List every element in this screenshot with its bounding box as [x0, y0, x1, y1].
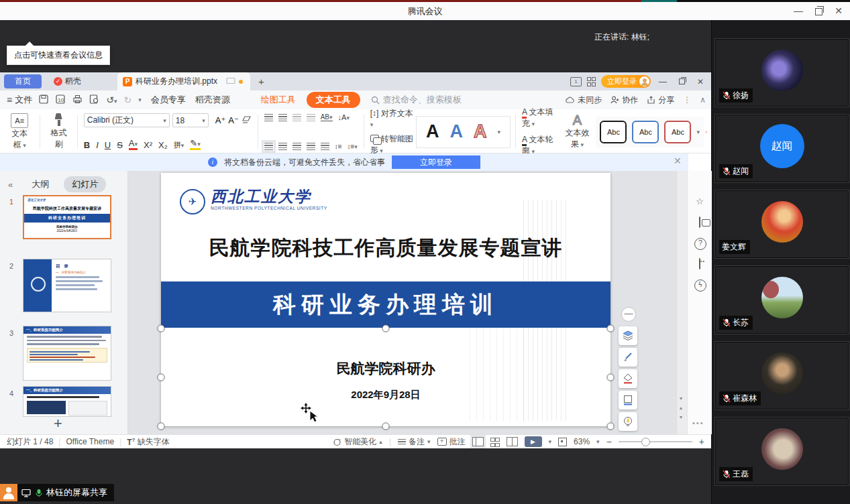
- wps-restore-button[interactable]: [675, 77, 688, 86]
- quick-tools-icon[interactable]: ϟ: [694, 279, 706, 292]
- switch-windows-icon[interactable]: [694, 217, 705, 228]
- add-slide-button[interactable]: +: [54, 415, 62, 432]
- slide-thumbnail-1[interactable]: 西北工业大学 民航学院科技工作高质量发展专题宣讲 科研业务办理培训 民航学院科研…: [23, 195, 111, 239]
- docer-resources-menu[interactable]: 稻壳资源: [195, 94, 230, 106]
- participant-tile[interactable]: 长苏: [714, 265, 849, 334]
- effects-star-icon[interactable]: ☆: [694, 196, 705, 207]
- zoom-slider-thumb[interactable]: [641, 438, 650, 446]
- brush-tool-button[interactable]: [619, 348, 637, 367]
- slide-title[interactable]: 民航学院科技工作高质量发展专题宣讲: [161, 235, 610, 262]
- zoom-chevron[interactable]: ▾: [596, 438, 600, 445]
- zoom-out-button[interactable]: −: [606, 436, 612, 447]
- wordart-gallery[interactable]: A A A ▾: [416, 116, 511, 148]
- minimize-button[interactable]: —: [788, 2, 808, 20]
- decrease-indent-button[interactable]: [293, 114, 301, 121]
- sidebar-more-dots[interactable]: •••: [692, 419, 704, 427]
- textbox-button[interactable]: A≡ 文本框 ▾: [4, 112, 35, 151]
- subscript-button[interactable]: X₂: [158, 140, 168, 150]
- slide-sorter-view-button[interactable]: [490, 438, 500, 446]
- login-button[interactable]: 立即登录: [601, 75, 651, 88]
- selection-handle[interactable]: [607, 325, 615, 332]
- slide-editor[interactable]: ✈ 西北工业大学 NORTHWESTERN POLYTECHNICAL UNIV…: [161, 173, 610, 426]
- text-style-blue[interactable]: Abc: [632, 121, 659, 143]
- selection-handle[interactable]: [158, 325, 165, 332]
- slide-banner-title[interactable]: 科研业务办理培训: [161, 281, 610, 328]
- selection-handle[interactable]: [158, 423, 165, 430]
- line-spacing-button[interactable]: ↕≡: [335, 143, 342, 150]
- participant-tile[interactable]: 王磊: [714, 417, 849, 486]
- participant-tile[interactable]: 赵闻 赵闻: [714, 114, 849, 183]
- selection-handle[interactable]: [607, 423, 615, 430]
- text-direction-button[interactable]: ↓A▾: [338, 113, 350, 121]
- redo-button[interactable]: ↻: [123, 94, 131, 105]
- bullet-list-button[interactable]: [264, 114, 273, 121]
- fit-to-window-icon[interactable]: [558, 438, 567, 446]
- scroll-next-slide-icon[interactable]: ▾: [680, 414, 682, 420]
- output-icon[interactable]: 10: [56, 94, 66, 106]
- font-name-select[interactable]: Calibri (正文)▾: [84, 113, 170, 127]
- slide-thumbnail-3[interactable]: 一、科研系统功能简介: [23, 326, 111, 381]
- panel-collapse-icon[interactable]: «: [8, 180, 13, 190]
- selection-handle[interactable]: [382, 325, 390, 332]
- highlight-button[interactable]: ✎▾: [190, 139, 200, 150]
- meeting-info-tooltip[interactable]: 点击可快速查看会议信息: [7, 46, 110, 65]
- decrease-font-button[interactable]: A⁻: [228, 115, 239, 125]
- justify-button[interactable]: [307, 143, 315, 150]
- notes-button[interactable]: 备注▾: [398, 436, 431, 448]
- save-icon[interactable]: [39, 94, 49, 106]
- slide-thumbnail-2[interactable]: 目 录 一、科研系统功能简介: [23, 259, 111, 312]
- font-color-button[interactable]: A▾: [129, 139, 138, 150]
- wps-tab-docer[interactable]: ✓ 稻壳: [48, 74, 87, 88]
- help-icon[interactable]: ?: [694, 238, 706, 250]
- selection-handle[interactable]: [382, 423, 390, 430]
- file-menu[interactable]: 文件: [15, 94, 32, 106]
- zoom-in-button[interactable]: +: [699, 436, 704, 447]
- participant-tile[interactable]: 徐扬: [714, 38, 849, 107]
- para-spacing-button[interactable]: ↕≡▾: [348, 143, 358, 150]
- play-options-chevron[interactable]: ▾: [549, 438, 552, 445]
- italic-button[interactable]: I: [96, 140, 99, 150]
- screen-share-indicator[interactable]: 林钰的屏幕共享: [0, 484, 114, 501]
- layers-tool-button[interactable]: [619, 326, 637, 345]
- collaborate-button[interactable]: 协作: [610, 94, 638, 106]
- slide-thumbnail-4[interactable]: 一、科研系统功能简介: [23, 386, 111, 417]
- normal-view-button[interactable]: [472, 437, 484, 446]
- share-button[interactable]: 分享: [647, 94, 674, 106]
- wordart-style-2[interactable]: A: [450, 121, 464, 142]
- character-border-button[interactable]: AB▾: [321, 113, 333, 121]
- more-tools-chevron[interactable]: ▾: [138, 97, 142, 103]
- increase-font-button[interactable]: A⁺: [215, 115, 226, 125]
- bold-button[interactable]: B: [84, 140, 90, 150]
- phonetic-guide-button[interactable]: 拼▾: [174, 140, 184, 150]
- text-tools-tab-active[interactable]: 文本工具: [307, 92, 360, 108]
- collapse-floatbar-button[interactable]: —: [621, 307, 636, 322]
- numbered-list-button[interactable]: [278, 114, 287, 121]
- wps-tab-home[interactable]: 首页: [4, 74, 42, 88]
- missing-font-icon[interactable]: T?: [127, 437, 135, 447]
- banner-close-icon[interactable]: ✕: [674, 155, 682, 166]
- zoom-level[interactable]: 63%: [574, 437, 590, 446]
- ribbon-scroll-right[interactable]: ›: [705, 129, 707, 135]
- undo-button[interactable]: ↺▾: [106, 94, 117, 105]
- sync-status[interactable]: 未同步: [565, 94, 602, 106]
- convert-smartart-button[interactable]: 转智能图形 ▾: [370, 133, 415, 156]
- text-fill-button[interactable]: A 文本填充 ▾: [522, 107, 557, 129]
- selection-handle[interactable]: [158, 374, 165, 381]
- slide-date[interactable]: 2022年9月28日: [161, 389, 610, 401]
- wps-minimize-button[interactable]: —: [656, 77, 670, 86]
- format-painter-button[interactable]: 格式刷: [45, 112, 72, 151]
- collapse-ribbon-icon[interactable]: ∧: [700, 95, 706, 105]
- wps-tab-document[interactable]: P 科研业务办理培训.pptx: [117, 72, 250, 90]
- participant-tile[interactable]: 姜文辉: [714, 190, 849, 259]
- restore-button[interactable]: [808, 2, 829, 20]
- theme-name[interactable]: Office Theme: [66, 437, 114, 446]
- wps-close-button[interactable]: ✕: [694, 77, 707, 86]
- close-button[interactable]: ✕: [829, 2, 849, 20]
- strikethrough-button[interactable]: S: [117, 140, 123, 150]
- align-left-button[interactable]: [264, 143, 273, 150]
- missing-font-label[interactable]: 缺失字体: [137, 436, 169, 448]
- app-grid-icon[interactable]: [587, 77, 596, 86]
- idea-tool-button[interactable]: [619, 412, 637, 431]
- frame-tool-button[interactable]: [619, 391, 637, 410]
- distribute-button[interactable]: [321, 143, 329, 150]
